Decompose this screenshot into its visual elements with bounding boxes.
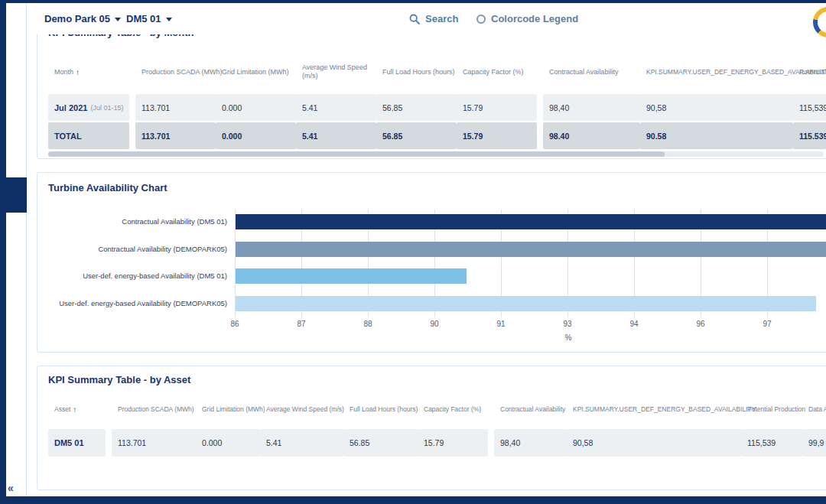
- column-header-month[interactable]: Month ↑: [48, 57, 129, 86]
- footer-bar: [0, 496, 826, 504]
- chevron-down-icon: [166, 18, 172, 21]
- x-tick-label: 94: [615, 320, 653, 328]
- turbine-availability-card: Turbine Availability Chart % 86878890919…: [37, 172, 826, 353]
- column-header-capacity-factor: Capacity Factor (%): [457, 57, 537, 86]
- cell-grid-limitation: 0.000: [216, 122, 296, 149]
- sort-ascending-icon: ↑: [73, 405, 76, 414]
- column-header-capacity-factor: Capacity Factor (%): [418, 403, 488, 415]
- total-cell: TOTAL: [48, 122, 129, 149]
- colorcode-legend-toggle[interactable]: Colorcode Legend: [476, 13, 578, 24]
- cell-wind-speed: 5.41: [296, 94, 376, 121]
- x-tick-label: 86: [216, 320, 254, 328]
- column-gap: [129, 57, 135, 86]
- top-header: Demo Park 05 DM5 01 Search Colorcode Leg…: [27, 3, 826, 34]
- table-row-total: TOTAL 113.701 0.000 5.41 56.85 15.79 98.…: [48, 122, 826, 149]
- cell-contractual-availability: 98.40: [543, 122, 640, 149]
- x-tick-label: 91: [482, 320, 520, 328]
- horizontal-scrollbar-thumb[interactable]: [48, 151, 665, 157]
- availability-bar: [236, 242, 826, 257]
- column-header-potential-production: Potential Production: [741, 403, 802, 415]
- cell-wind-speed: 5.41: [296, 122, 376, 149]
- horizontal-scrollbar-track[interactable]: [48, 151, 824, 157]
- cell-capacity-factor: 15.79: [457, 94, 537, 121]
- column-header-production: Production SCADA (MWh): [112, 403, 196, 415]
- sidebar-active-item[interactable]: [0, 177, 27, 213]
- cell-full-load-hours: 56.85: [376, 122, 457, 149]
- column-header-user-def-availability: KPI.SUMMARY.USER_DEF_ENERGY_BASED_AVAILA…: [640, 57, 793, 86]
- column-gap: [537, 57, 543, 86]
- asset-selector[interactable]: DM5 01: [126, 13, 172, 24]
- cell-user-def-availability: 90,58: [640, 94, 793, 121]
- column-header-contractual-availability: Contractual Availability: [543, 57, 640, 86]
- cell-potential-production: 115.539: [793, 122, 826, 149]
- x-tick-label: 88: [349, 320, 387, 328]
- column-header-contractual-availability: Contractual Availability: [494, 403, 567, 415]
- cell-contractual-availability: 98,40: [494, 429, 567, 457]
- cell-full-load-hours: 56.85: [376, 94, 457, 121]
- x-axis-label: %: [553, 333, 584, 342]
- category-label: Contractual Availability (DM5 01): [37, 217, 227, 226]
- month-cell: Jul 2021 (Jul 01-15): [48, 94, 129, 121]
- cell-capacity-factor: 15.79: [457, 122, 537, 149]
- table-row[interactable]: DM5 01 113.701 0.000 5.41 56.85 15.79 98…: [48, 429, 826, 457]
- category-label: User-def. energy-based Availability (DM5…: [37, 272, 227, 280]
- x-tick-label: 90: [415, 320, 454, 328]
- availability-bar: [236, 268, 467, 284]
- sidebar-collapse-button[interactable]: «: [8, 482, 14, 494]
- cell-user-def-availability: 90,58: [567, 429, 741, 457]
- chevron-down-icon: [115, 18, 121, 21]
- cell-production: 113.701: [135, 122, 216, 149]
- left-sidebar: [6, 3, 27, 504]
- legend-circle-icon: [476, 15, 486, 24]
- sidebar-rail: [0, 0, 6, 504]
- kpi-asset-card: KPI Summary Table - by Asset Asset ↑ Pro…: [37, 366, 826, 490]
- cell-contractual-availability: 98,40: [543, 94, 640, 121]
- availability-bar: [236, 296, 816, 311]
- x-tick-label: 87: [282, 320, 320, 328]
- cell-full-load-hours: 56.85: [343, 429, 418, 457]
- cell-potential-production: 115,539: [741, 429, 802, 457]
- column-header-wind-speed: Average Wind Speed (m/s): [296, 57, 368, 86]
- kpi-month-card: KPI Summary Table - by Month Month ↑ Pro…: [37, 23, 826, 159]
- column-gap: [106, 403, 112, 415]
- column-header-production: Production SCADA (MWh): [135, 57, 216, 86]
- cell-data-availability: 99,9: [802, 429, 826, 457]
- turbine-availability-chart: % 868788909193949697Contractual Availabi…: [37, 173, 826, 353]
- cell-production: 113.701: [112, 429, 196, 457]
- cell-production: 113.701: [135, 94, 216, 121]
- column-header-full-load-hours: Full Load Hours (hours): [343, 403, 418, 415]
- sort-ascending-icon: ↑: [76, 68, 80, 76]
- asset-cell: DM5 01: [48, 429, 106, 457]
- column-header-data-availability: Data Av: [802, 403, 826, 415]
- column-header-grid-limitation: Grid Limitation (MWh): [196, 403, 260, 415]
- x-tick-label: 96: [681, 320, 720, 328]
- cell-wind-speed: 5.41: [260, 429, 343, 457]
- window-top-border: [0, 0, 826, 3]
- cell-grid-limitation: 0.000: [196, 429, 260, 457]
- column-header-wind-speed: Average Wind Speed (m/s): [260, 403, 343, 415]
- cell-capacity-factor: 15.79: [418, 429, 488, 457]
- column-header-asset[interactable]: Asset ↑: [48, 403, 106, 415]
- cell-grid-limitation: 0.000: [216, 94, 296, 121]
- category-label: Contractual Availability (DEMOPARK05): [37, 245, 227, 253]
- column-header-user-def-availability: KPI.SUMMARY.USER_DEF_ENERGY_BASED_AVAILA…: [567, 403, 741, 415]
- cell-potential-production: 115,539: [793, 94, 826, 121]
- column-header-potential-production: Potential Production: [793, 57, 826, 86]
- column-header-grid-limitation: Grid Limitation (MWh): [216, 57, 296, 86]
- asset-table-title: KPI Summary Table - by Asset: [48, 374, 190, 385]
- asset-table-header-row: Asset ↑ Production SCADA (MWh) Grid Limi…: [48, 403, 826, 415]
- month-table-header-row: Month ↑ Production SCADA (MWh) Grid Limi…: [48, 57, 826, 86]
- x-tick-label: 97: [748, 320, 786, 328]
- category-label: User-def. energy-based Availability (DEM…: [37, 299, 227, 307]
- search-button[interactable]: Search: [409, 13, 458, 24]
- cell-user-def-availability: 90.58: [640, 122, 793, 149]
- x-tick-label: 93: [548, 320, 587, 328]
- column-gap: [488, 403, 494, 415]
- availability-bar: [236, 214, 826, 229]
- app-logo[interactable]: [813, 7, 826, 37]
- search-icon: [409, 14, 420, 24]
- table-row[interactable]: Jul 2021 (Jul 01-15) 113.701 0.000 5.41 …: [48, 94, 826, 121]
- park-selector[interactable]: Demo Park 05: [44, 13, 121, 24]
- column-header-full-load-hours: Full Load Hours (hours): [376, 57, 457, 86]
